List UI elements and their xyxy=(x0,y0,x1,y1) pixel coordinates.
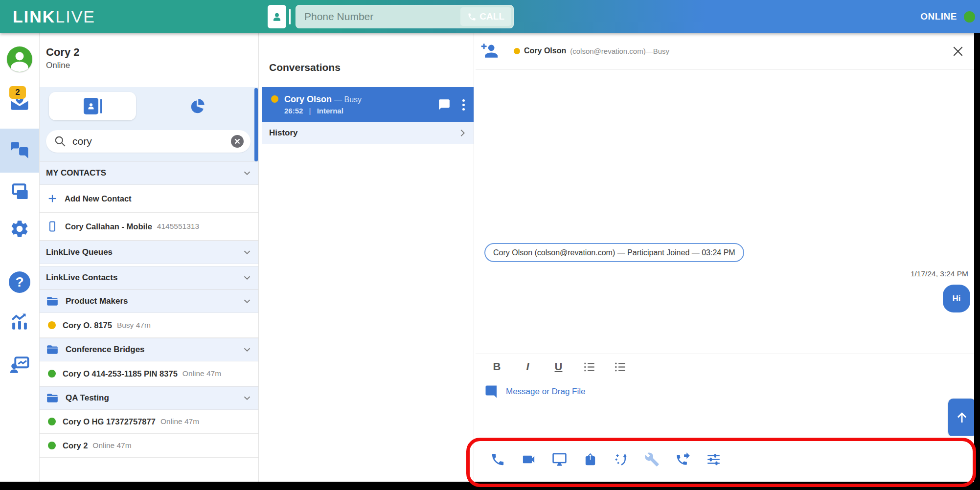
italic-button[interactable]: I xyxy=(512,357,543,377)
contacts-scrollbar[interactable] xyxy=(254,88,258,161)
contact-name: Cory O 414-253-1185 PIN 8375 xyxy=(63,369,178,379)
chat-bubbles-icon xyxy=(9,140,30,161)
contact-name: Cory 2 xyxy=(63,441,88,450)
group-product-makers[interactable]: Product Makers xyxy=(39,290,258,313)
inbox-wrap: 2 xyxy=(9,92,30,112)
contact-card-button[interactable] xyxy=(268,5,286,28)
screen-edge-right xyxy=(974,33,980,490)
online-status-dot xyxy=(48,370,56,378)
message-timestamp: 1/17/24, 3:24 PM xyxy=(911,269,968,278)
busy-status-dot xyxy=(514,48,520,54)
folder-icon xyxy=(46,392,59,404)
close-icon xyxy=(234,138,240,144)
group-label: QA Testing xyxy=(66,393,109,403)
contact-row-cory-callahan[interactable]: Cory Callahan - Mobile 4145551313 xyxy=(39,213,258,241)
close-chat-button[interactable] xyxy=(952,45,964,58)
section-label: MY CONTACTS xyxy=(46,168,106,178)
contact-status: Busy 47m xyxy=(117,321,151,330)
add-person-icon[interactable] xyxy=(480,42,499,61)
contact-status: Online 47m xyxy=(92,441,131,450)
conversations-title: Conversations xyxy=(269,62,341,73)
busy-status-dot xyxy=(271,95,278,103)
chevron-down-icon xyxy=(242,344,252,355)
history-label: History xyxy=(269,128,298,138)
contacts-search-row xyxy=(39,125,258,161)
contact-row-cory-o-8175[interactable]: Cory O. 8175 Busy 47m xyxy=(39,313,258,338)
clear-search-button[interactable] xyxy=(231,135,244,148)
linklive-logo: LINKLIVE xyxy=(13,7,95,26)
add-new-contact-button[interactable]: Add New Contact xyxy=(39,185,258,213)
logo-light-part: LIVE xyxy=(55,7,95,26)
section-linklive-contacts[interactable]: LinkLive Contacts xyxy=(39,266,258,290)
arrow-up-icon xyxy=(955,410,969,425)
nav-analytics-button[interactable] xyxy=(0,312,39,332)
bullet-list-button[interactable] xyxy=(605,357,636,377)
conversation-item-active[interactable]: Cory Olson — Busy 26:52 | Internal xyxy=(262,87,474,122)
group-conference-bridges[interactable]: Conference Bridges xyxy=(39,338,258,361)
tab-caret xyxy=(100,99,102,113)
participant-detail: (colson@revation.com)—Busy xyxy=(570,47,669,55)
message-placeholder: Message or Drag File xyxy=(506,387,586,397)
contact-row-cory-o-bridge[interactable]: Cory O 414-253-1185 PIN 8375 Online 47m xyxy=(39,361,258,386)
pie-chart-icon xyxy=(188,97,206,115)
gear-icon xyxy=(9,219,30,239)
nav-rail: 2 xyxy=(0,33,40,482)
section-linklive-queues[interactable]: LinkLive Queues xyxy=(39,241,258,264)
top-bar: LINKLIVE CALL ONLINE xyxy=(0,0,980,33)
section-my-contacts[interactable]: MY CONTACTS xyxy=(39,161,258,185)
chevron-right-icon xyxy=(457,128,468,138)
conversations-header: Conversations xyxy=(262,33,474,87)
call-button[interactable]: CALL xyxy=(460,7,511,26)
nav-windows-button[interactable] xyxy=(0,182,39,202)
composer-divider xyxy=(476,354,974,354)
group-qa-testing[interactable]: QA Testing xyxy=(39,386,258,410)
busy-status-dot xyxy=(48,321,56,329)
contacts-panel: Cory 2 Online xyxy=(39,33,259,482)
annotation-red-box xyxy=(466,438,976,487)
bullet-list-icon xyxy=(614,360,627,374)
contact-row-cory-2[interactable]: Cory 2 Online 47m xyxy=(39,434,258,458)
conversation-text: Cory Olson — Busy 26:52 | Internal xyxy=(284,94,362,115)
nav-conversations-button[interactable] xyxy=(0,129,39,173)
plus-icon xyxy=(47,193,58,204)
search-box xyxy=(46,130,251,153)
outgoing-message-bubble: Hi xyxy=(943,285,970,312)
more-options-icon[interactable] xyxy=(460,97,467,112)
online-status-dot xyxy=(48,418,56,425)
phone-number-input[interactable] xyxy=(303,6,452,27)
windows-icon xyxy=(9,182,30,202)
tab-queues[interactable] xyxy=(136,97,258,115)
tab-contacts[interactable] xyxy=(49,92,136,120)
separator: | xyxy=(309,107,311,115)
help-glyph: ? xyxy=(15,274,23,290)
group-label: Conference Bridges xyxy=(66,345,145,355)
ordered-list-icon xyxy=(583,360,596,374)
message-input-area[interactable]: Message or Drag File xyxy=(484,384,586,399)
nav-help-button[interactable]: ? xyxy=(0,271,39,293)
nav-supervisor-button[interactable] xyxy=(0,355,39,375)
contact-row-cory-o-hg[interactable]: Cory O HG 17372757877 Online 47m xyxy=(39,410,258,434)
underline-button[interactable]: U xyxy=(543,357,574,377)
conversation-name: Cory Olson xyxy=(284,94,332,104)
contact-name: Cory Callahan - Mobile xyxy=(65,222,152,231)
chat-bubble-icon[interactable] xyxy=(438,98,451,111)
bold-button[interactable]: B xyxy=(481,357,512,377)
history-row[interactable]: History xyxy=(262,122,474,144)
linklive-app: LINKLIVE CALL ONLINE xyxy=(0,0,980,490)
search-icon xyxy=(54,135,67,148)
chat-panel: Cory Olson (colson@revation.com)—Busy Co… xyxy=(476,33,974,482)
analytics-icon xyxy=(9,312,30,332)
online-status-dot xyxy=(964,11,975,22)
conversations-panel: Conversations Cory Olson — Busy 26:52 | … xyxy=(262,33,474,482)
ordered-list-button[interactable] xyxy=(574,357,605,377)
chevron-down-icon xyxy=(242,393,252,403)
nav-inbox-button[interactable]: 2 xyxy=(0,92,39,112)
person-icon xyxy=(7,46,32,72)
nav-settings-button[interactable] xyxy=(0,219,39,239)
add-contact-label: Add New Contact xyxy=(65,194,132,203)
send-button[interactable] xyxy=(948,399,976,437)
help-icon: ? xyxy=(9,271,30,293)
presence-status[interactable]: ONLINE xyxy=(920,0,975,33)
search-input[interactable] xyxy=(71,135,231,148)
my-profile-button[interactable] xyxy=(0,46,39,72)
